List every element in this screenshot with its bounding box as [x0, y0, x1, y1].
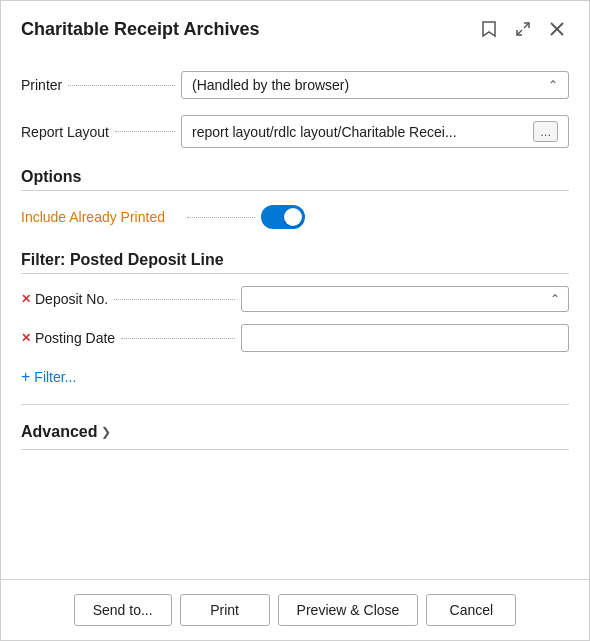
advanced-label: Advanced — [21, 423, 97, 441]
posting-date-input[interactable] — [241, 324, 569, 352]
add-filter-label: Filter... — [34, 369, 76, 385]
toggle-track — [261, 205, 305, 229]
posting-date-remove-button[interactable]: ✕ — [21, 331, 31, 345]
filter-section: Filter: Posted Deposit Line — [21, 251, 569, 274]
posting-date-label: Posting Date — [35, 330, 115, 346]
printer-label: Printer — [21, 77, 181, 93]
bookmark-icon[interactable] — [477, 17, 501, 41]
dialog-container: Charitable Receipt Archives — [0, 0, 590, 641]
print-button[interactable]: Print — [180, 594, 270, 626]
cancel-button[interactable]: Cancel — [426, 594, 516, 626]
deposit-no-row: ✕ Deposit No. ⌃ — [21, 280, 569, 318]
deposit-no-remove-button[interactable]: ✕ — [21, 292, 31, 306]
include-already-printed-toggle[interactable] — [261, 205, 305, 229]
add-filter-row: + Filter... — [21, 360, 569, 394]
filter-divider — [21, 273, 569, 274]
options-section-label: Options — [21, 168, 569, 186]
printer-dots — [68, 85, 175, 86]
filter-section-label: Filter: Posted Deposit Line — [21, 251, 569, 269]
report-layout-row: Report Layout report layout/rdlc layout/… — [21, 107, 569, 156]
include-dots — [187, 217, 255, 218]
printer-select[interactable]: (Handled by the browser) ⌃ — [181, 71, 569, 99]
dialog-body: Printer (Handled by the browser) ⌃ Repor… — [1, 53, 589, 579]
dialog-footer: Send to... Print Preview & Close Cancel — [1, 579, 589, 640]
advanced-section: Advanced ❯ — [21, 404, 569, 450]
printer-value: (Handled by the browser) ⌃ — [181, 71, 569, 99]
advanced-row[interactable]: Advanced ❯ — [21, 411, 569, 449]
close-icon[interactable] — [545, 17, 569, 41]
expand-icon[interactable] — [511, 17, 535, 41]
report-layout-text: report layout/rdlc layout/Charitable Rec… — [192, 124, 529, 140]
include-already-printed-label: Include Already Printed — [21, 209, 181, 225]
printer-row: Printer (Handled by the browser) ⌃ — [21, 63, 569, 107]
posting-date-label-area: ✕ Posting Date — [21, 330, 241, 346]
report-layout-value: report layout/rdlc layout/Charitable Rec… — [181, 115, 569, 148]
report-layout-label: Report Layout — [21, 124, 181, 140]
posting-date-dots — [121, 338, 235, 339]
deposit-no-label: Deposit No. — [35, 291, 108, 307]
include-label-area: Include Already Printed — [21, 209, 261, 225]
posting-date-row: ✕ Posting Date — [21, 318, 569, 358]
dialog-title: Charitable Receipt Archives — [21, 19, 259, 40]
options-section: Options — [21, 168, 569, 191]
preview-close-button[interactable]: Preview & Close — [278, 594, 419, 626]
report-layout-dots — [115, 131, 175, 132]
add-filter-button[interactable]: + Filter... — [21, 366, 76, 388]
printer-select-text: (Handled by the browser) — [192, 77, 542, 93]
send-to-button[interactable]: Send to... — [74, 594, 172, 626]
advanced-top-divider — [21, 404, 569, 405]
deposit-no-label-area: ✕ Deposit No. — [21, 291, 241, 307]
report-layout-ellipsis-button[interactable]: ... — [533, 121, 558, 142]
dialog-header: Charitable Receipt Archives — [1, 1, 589, 53]
include-already-printed-row: Include Already Printed — [21, 197, 569, 237]
toggle-thumb — [284, 208, 302, 226]
options-divider — [21, 190, 569, 191]
deposit-no-chevron-icon: ⌃ — [550, 292, 560, 306]
advanced-bottom-divider — [21, 449, 569, 450]
deposit-no-select[interactable]: ⌃ — [241, 286, 569, 312]
advanced-chevron-icon: ❯ — [101, 425, 111, 439]
plus-icon: + — [21, 368, 30, 386]
report-layout-box: report layout/rdlc layout/Charitable Rec… — [181, 115, 569, 148]
printer-chevron-icon: ⌃ — [548, 78, 558, 92]
header-icons — [477, 17, 569, 41]
deposit-no-dots — [114, 299, 235, 300]
